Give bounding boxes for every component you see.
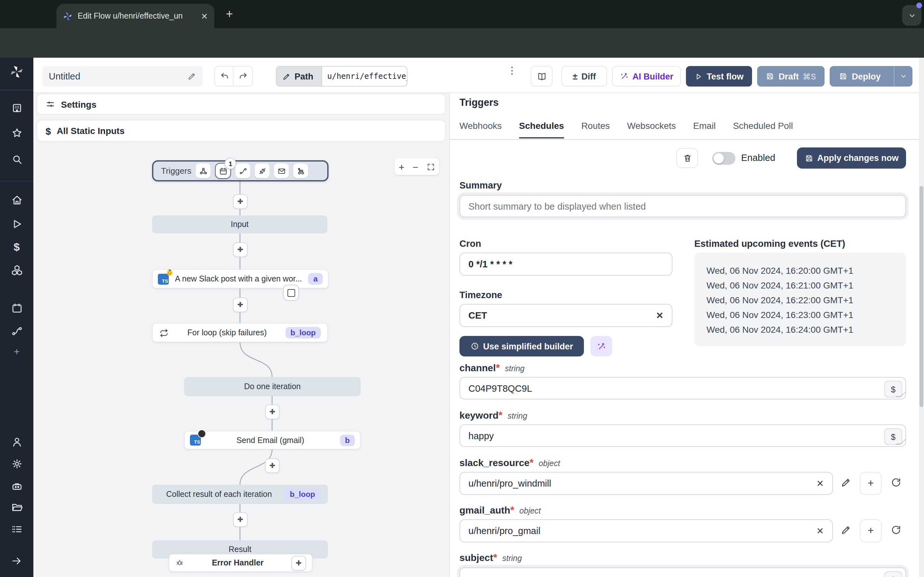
windmill-logo[interactable] — [0, 65, 33, 79]
sidebar-item-workspace[interactable] — [0, 102, 33, 114]
slack-resource-clear-icon[interactable]: ✕ — [817, 478, 824, 488]
delete-schedule-button[interactable] — [676, 148, 698, 168]
gmail-auth-add-button[interactable]: + — [860, 519, 882, 542]
sidebar-item-variables[interactable]: $ — [0, 241, 33, 254]
magic-wand-icon — [596, 342, 606, 351]
trigger-route-button[interactable] — [236, 163, 250, 178]
slack-resource-input[interactable]: u/henri/pro_windmill ✕ — [459, 472, 833, 495]
docs-button[interactable] — [531, 66, 552, 87]
sidebar-item-resources[interactable] — [0, 264, 33, 276]
cron-input[interactable]: 0 */1 * * * * — [459, 253, 672, 276]
tab-scheduled-poll[interactable]: Scheduled Poll — [733, 121, 793, 139]
node-do-one-iteration[interactable]: Do one iteration — [184, 377, 360, 396]
ai-builder-button[interactable]: AI Builder — [612, 66, 681, 87]
node-send-email[interactable]: TS Send Email (gmail) b — [184, 431, 360, 450]
diff-label: Diff — [582, 71, 596, 81]
node-triggers[interactable]: Triggers 1 — [152, 160, 328, 181]
simplified-builder-button[interactable]: Use simplified builder — [459, 336, 584, 356]
path-chip[interactable]: Path — [276, 66, 322, 87]
sidebar-item-runs[interactable] — [0, 218, 33, 230]
node-action-button[interactable] — [283, 285, 299, 301]
node-for-loop[interactable]: For loop (skip failures) b_loop — [152, 323, 328, 342]
sidebar-item-folders[interactable] — [0, 501, 33, 514]
sidebar-item-add[interactable]: + — [0, 346, 33, 358]
slack-resource-add-button[interactable]: + — [860, 472, 882, 495]
add-step-button[interactable]: ✚ — [233, 242, 248, 257]
slack-resource-edit-button[interactable] — [841, 477, 851, 488]
path-value-input[interactable]: u/henri/effective_undef — [321, 66, 407, 87]
summary-input[interactable]: Short summary to be displayed when liste… — [459, 195, 906, 218]
browser-tab[interactable]: Edit Flow u/henri/effective_un ✕ — [57, 4, 214, 28]
zoom-out-button[interactable]: − — [413, 161, 418, 172]
apply-changes-button[interactable]: Apply changes now — [797, 147, 906, 169]
trigger-websocket-button[interactable] — [255, 163, 270, 178]
flow-name-input[interactable]: Untitled — [42, 66, 203, 87]
sidebar-item-routes[interactable] — [0, 325, 33, 337]
sidebar-item-search[interactable] — [0, 153, 33, 165]
tab-websockets[interactable]: Websockets — [627, 121, 676, 139]
node-error-handler[interactable]: Error Handler ✚ — [169, 554, 312, 572]
zoom-in-button[interactable]: + — [399, 161, 405, 172]
save-icon — [839, 72, 848, 81]
timezone-input[interactable]: CET ✕ — [459, 304, 672, 327]
diff-button[interactable]: ± Diff — [561, 66, 607, 87]
tab-email[interactable]: Email — [693, 121, 716, 139]
node-slack-post[interactable]: TS👶 A new Slack post with a given wor...… — [152, 269, 328, 288]
send-email-id-badge: b — [340, 434, 355, 446]
gmail-auth-edit-button[interactable] — [841, 524, 851, 535]
keyword-input[interactable]: happy $ — [459, 424, 906, 447]
sidebar-item-settings[interactable] — [0, 458, 33, 470]
deploy-dropdown-button[interactable] — [894, 66, 913, 87]
tab-routes[interactable]: Routes — [582, 121, 610, 139]
ai-cron-button[interactable] — [590, 336, 612, 356]
all-static-inputs-card[interactable]: $ All Static Inputs — [37, 120, 446, 142]
sidebar-item-workers[interactable] — [0, 480, 33, 492]
redo-button[interactable] — [233, 66, 253, 87]
fullscreen-icon[interactable] — [426, 163, 435, 171]
draft-button[interactable]: Draft ⌘S — [757, 66, 825, 87]
slack-resource-refresh-button[interactable] — [891, 477, 901, 488]
deploy-button[interactable]: Deploy — [830, 66, 913, 87]
timezone-clear-icon[interactable]: ✕ — [656, 310, 664, 321]
trigger-email-button[interactable] — [274, 163, 289, 178]
error-handler-add-button[interactable]: ✚ — [291, 556, 306, 570]
add-step-button[interactable]: ✚ — [233, 512, 248, 527]
channel-input[interactable]: C04P9T8QC9L $ — [459, 377, 906, 400]
gmail-auth-clear-icon[interactable]: ✕ — [817, 526, 824, 536]
add-step-button[interactable]: ✚ — [265, 458, 280, 473]
more-options-button[interactable]: ⋮ — [507, 65, 517, 76]
cron-label: Cron — [459, 239, 481, 249]
undo-button[interactable] — [214, 66, 234, 87]
sidebar-item-home[interactable] — [0, 194, 33, 206]
trigger-webhook-button[interactable] — [196, 163, 210, 178]
tab-webhooks[interactable]: Webhooks — [459, 121, 502, 139]
test-flow-button[interactable]: Test flow — [686, 66, 752, 87]
play-icon — [694, 72, 703, 81]
trigger-scheduled-poll-button[interactable] — [293, 163, 308, 178]
typescript-icon: TS👶 — [158, 274, 169, 284]
node-collect-result[interactable]: Collect result of each iteration b_loop — [152, 485, 328, 504]
tab-schedules[interactable]: Schedules — [519, 121, 564, 139]
triggers-node-label: Triggers — [161, 166, 191, 176]
enabled-toggle[interactable] — [712, 152, 735, 165]
flow-settings-card[interactable]: Settings — [37, 93, 446, 115]
subject-dollar-button[interactable]: $ — [884, 571, 902, 577]
new-tab-button[interactable]: + — [226, 7, 233, 21]
add-step-button[interactable]: ✚ — [265, 405, 280, 419]
sidebar-item-schedules[interactable] — [0, 302, 33, 314]
sidebar-expand-button[interactable] — [0, 555, 33, 567]
sidebar-item-favorites[interactable] — [0, 127, 33, 139]
sidebar-item-audit-logs[interactable] — [0, 523, 33, 535]
stop-square-icon — [287, 289, 295, 297]
gmail-auth-input[interactable]: u/henri/pro_gmail ✕ — [459, 519, 833, 542]
gmail-auth-refresh-button[interactable] — [891, 524, 901, 535]
trigger-schedule-button[interactable]: 1 — [215, 163, 231, 179]
page-scrollbar-thumb[interactable] — [919, 186, 923, 407]
add-step-button[interactable]: ✚ — [233, 194, 248, 209]
node-input[interactable]: Input — [152, 215, 327, 234]
pencil-icon[interactable] — [187, 72, 196, 81]
add-step-button[interactable]: ✚ — [233, 298, 248, 312]
tab-close-icon[interactable]: ✕ — [201, 11, 208, 21]
sidebar-item-users[interactable] — [0, 436, 33, 448]
subject-input[interactable]: $ — [459, 567, 906, 577]
